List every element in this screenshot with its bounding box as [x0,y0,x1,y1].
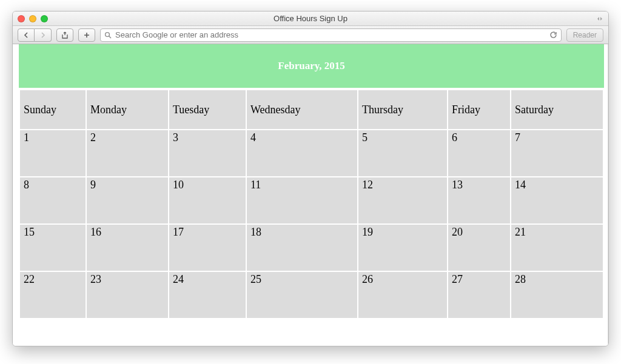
day-header: Saturday [511,90,603,130]
day-number: 4 [250,131,256,144]
day-number: 10 [173,179,184,191]
day-number: 25 [250,273,261,285]
calendar-cell[interactable]: 2 [86,130,169,177]
day-number: 8 [24,179,29,191]
nav-buttons [18,28,52,42]
day-number: 21 [515,226,526,238]
page-content: February, 2015 Sunday Monday Tuesday Wed… [13,44,608,346]
calendar-cell[interactable]: 9 [86,177,169,224]
day-header: Sunday [19,90,86,130]
day-number: 17 [173,226,184,238]
browser-window: Office Hours Sign Up [12,11,609,346]
calendar-cell[interactable]: 6 [448,130,511,177]
day-number: 14 [515,179,526,191]
calendar-grid: Sunday Monday Tuesday Wednesday Thursday… [19,89,604,319]
day-number: 9 [90,179,96,191]
reader-button[interactable]: Reader [566,28,603,42]
day-number: 18 [250,226,261,238]
calendar-cell[interactable]: 21 [511,224,603,271]
calendar-row: 1 2 3 4 5 6 7 [19,130,603,177]
calendar-cell[interactable]: 14 [511,177,603,224]
search-icon [104,31,112,39]
address-input[interactable] [115,29,546,41]
calendar-cell[interactable]: 28 [511,271,603,319]
calendar-cell[interactable]: 17 [169,224,246,271]
day-number: 5 [362,131,368,144]
calendar-cell[interactable]: 24 [169,271,246,319]
calendar-cell[interactable]: 8 [19,177,86,224]
calendar-row: 22 23 24 25 26 27 28 [19,271,603,319]
day-number: 26 [362,273,373,285]
calendar-cell[interactable]: 16 [86,224,169,271]
day-number: 3 [173,131,178,144]
calendar-cell[interactable]: 7 [511,130,603,177]
day-number: 15 [24,226,35,238]
calendar-cell[interactable]: 13 [448,177,511,224]
day-number: 19 [362,226,373,238]
svg-point-0 [106,32,110,36]
calendar-cell[interactable]: 12 [358,177,448,224]
calendar-cell[interactable]: 18 [246,224,358,271]
reload-button[interactable] [549,31,557,39]
day-header: Friday [448,90,511,130]
calendar-cell[interactable]: 19 [358,224,448,271]
day-header: Tuesday [169,90,246,130]
day-header: Monday [86,90,169,130]
calendar-cell[interactable]: 25 [246,271,358,319]
address-bar[interactable] [100,28,562,42]
calendar-cell[interactable]: 15 [19,224,86,271]
new-tab-button[interactable] [78,28,95,42]
back-button[interactable] [18,28,35,42]
day-number: 11 [250,179,261,191]
calendar-cell[interactable]: 20 [448,224,511,271]
day-number: 27 [452,273,463,285]
window-title: Office Hours Sign Up [13,14,608,23]
svg-line-1 [109,36,111,38]
close-icon[interactable] [18,15,25,22]
day-header: Thursday [358,90,448,130]
vertical-scrollbar[interactable] [608,44,608,346]
calendar-row: 8 9 10 11 12 13 14 [19,177,603,224]
day-number: 2 [90,131,96,144]
day-number: 23 [90,273,101,285]
day-number: 20 [452,226,463,238]
window-titlebar: Office Hours Sign Up [13,12,608,26]
day-number: 24 [173,273,184,285]
day-header: Wednesday [246,90,358,130]
calendar-cell[interactable]: 26 [358,271,448,319]
calendar: February, 2015 Sunday Monday Tuesday Wed… [13,44,608,319]
day-number: 28 [515,273,526,285]
day-number: 7 [515,131,520,144]
page-viewport: February, 2015 Sunday Monday Tuesday Wed… [13,44,608,346]
day-number: 1 [24,131,29,144]
reader-label: Reader [573,31,597,39]
calendar-cell[interactable]: 11 [246,177,358,224]
calendar-cell[interactable]: 10 [169,177,246,224]
expand-icon[interactable] [596,15,603,22]
calendar-title: February, 2015 [19,44,604,89]
forward-button[interactable] [35,28,52,42]
zoom-icon[interactable] [41,15,48,22]
share-button[interactable] [56,28,73,42]
browser-toolbar: Reader [13,26,608,44]
day-number: 13 [452,179,463,191]
day-number: 12 [362,179,373,191]
calendar-cell[interactable]: 1 [19,130,86,177]
calendar-cell[interactable]: 4 [246,130,358,177]
day-header-row: Sunday Monday Tuesday Wednesday Thursday… [19,90,603,130]
day-number: 6 [452,131,457,144]
calendar-row: 15 16 17 18 19 20 21 [19,224,603,271]
calendar-cell[interactable]: 23 [86,271,169,319]
calendar-cell[interactable]: 3 [169,130,246,177]
calendar-cell[interactable]: 22 [19,271,86,319]
day-number: 22 [24,273,35,285]
traffic-lights [18,15,48,22]
calendar-cell[interactable]: 5 [358,130,448,177]
calendar-cell[interactable]: 27 [448,271,511,319]
minimize-icon[interactable] [29,15,36,22]
day-number: 16 [90,226,101,238]
